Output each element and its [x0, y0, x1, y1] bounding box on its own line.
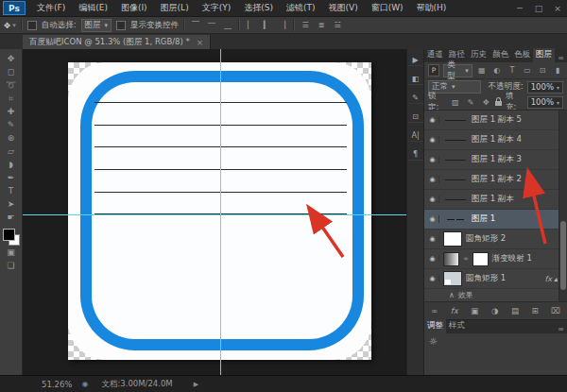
quick-mask-icon[interactable]: ▣	[2, 246, 21, 259]
document-close-icon[interactable]: ×	[197, 38, 204, 47]
new-layer-icon[interactable]: ⊞	[532, 306, 539, 315]
rectangular-marquee-tool[interactable]: ◻	[2, 65, 21, 78]
character-panel-icon[interactable]: A|	[408, 129, 423, 142]
visibility-eye-icon[interactable]: ◉	[426, 275, 439, 282]
distribute-top-edges-icon[interactable]: ☰	[300, 21, 311, 29]
filter-toggle-icon[interactable]: ▮	[552, 66, 563, 75]
tab-layers[interactable]: 图层	[533, 48, 555, 62]
tab-color[interactable]: 颜色	[490, 48, 511, 62]
type-tool[interactable]: T	[2, 184, 21, 197]
panel-menu-icon[interactable]: ≡	[558, 54, 567, 62]
lock-position-icon[interactable]: ✥	[480, 98, 491, 107]
effects-row[interactable]: ∧ 效果	[424, 289, 567, 301]
visibility-eye-icon[interactable]: ◉	[426, 116, 439, 124]
visibility-eye-icon[interactable]: ◉	[426, 255, 439, 263]
new-group-icon[interactable]: ▤	[511, 306, 519, 315]
layer-style-icon[interactable]: fx	[451, 306, 458, 315]
move-tool[interactable]: ✥	[2, 52, 21, 65]
menu-edit[interactable]: 编辑(E)	[72, 2, 114, 14]
show-transform-checkbox[interactable]	[116, 21, 126, 30]
tab-channels[interactable]: 通道	[424, 48, 446, 62]
filter-pixel-layers-icon[interactable]: ▦	[476, 66, 488, 75]
menu-image[interactable]: 图像(I)	[114, 2, 154, 14]
vertical-guide[interactable]	[220, 49, 221, 375]
screen-mode-icon[interactable]: ❏	[2, 259, 21, 272]
filter-adjustment-layers-icon[interactable]: ◐	[491, 66, 503, 75]
filter-kind-dropdown[interactable]: 类型	[443, 64, 472, 77]
menu-window[interactable]: 窗口(W)	[365, 2, 410, 14]
brush-tool[interactable]: ✎	[2, 118, 21, 131]
menu-layer[interactable]: 图层(L)	[154, 2, 196, 14]
link-layers-icon[interactable]: ∞	[431, 306, 438, 315]
crop-tool[interactable]: ⌗	[2, 92, 21, 105]
brush-panel-icon[interactable]: ✎	[408, 92, 423, 104]
distribute-bottom-edges-icon[interactable]: ☱	[332, 21, 343, 29]
panel-menu-icon[interactable]: ≡	[558, 325, 567, 333]
layer-row[interactable]: ◉ 图层 1 副本 3	[424, 150, 567, 170]
visibility-eye-icon[interactable]: ◉	[426, 235, 439, 243]
canvas-area[interactable]	[23, 49, 406, 375]
visibility-eye-icon[interactable]: ◉	[426, 176, 439, 183]
status-options-arrow-icon[interactable]: ▶	[194, 381, 198, 388]
opacity-field[interactable]: 100%	[527, 81, 563, 94]
visibility-eye-icon[interactable]: ◉	[426, 136, 439, 144]
layer-row[interactable]: ◉ 图层 1 副本	[424, 190, 567, 210]
clone-source-panel-icon[interactable]: ⊡	[408, 111, 423, 123]
scrollbar-thumb[interactable]	[560, 221, 566, 290]
layers-scrollbar[interactable]	[558, 111, 567, 301]
minimize-button[interactable]: ─	[510, 4, 529, 13]
brightness-contrast-adjustment-icon[interactable]: ☼	[429, 336, 438, 347]
foreground-color-swatch[interactable]	[3, 229, 15, 241]
distribute-vertical-centers-icon[interactable]: ≣	[316, 21, 327, 29]
layer-row[interactable]: ◉ 图层 1 副本 4	[424, 130, 567, 150]
filter-shape-layers-icon[interactable]: ▭	[522, 66, 533, 75]
tab-swatches[interactable]: 色板	[511, 48, 533, 62]
hand-tool[interactable]: ☛	[2, 211, 21, 224]
maximize-button[interactable]: □	[529, 4, 548, 13]
blur-tool[interactable]: ◗	[2, 158, 21, 171]
align-vertical-centers-icon[interactable]: ⎻	[206, 21, 217, 30]
zoom-level-field[interactable]: 51.26%	[42, 380, 72, 389]
tool-preset-picker[interactable]: ✥	[4, 21, 16, 30]
layer-row-selected[interactable]: ◉ 图层 1	[424, 210, 567, 230]
align-top-edges-icon[interactable]: ⎺	[190, 21, 201, 30]
layer-row[interactable]: ◉ 圆角矩形 1 fx▴	[424, 269, 567, 289]
menu-type[interactable]: 文字(Y)	[196, 2, 238, 14]
effects-collapse-icon[interactable]: ∧	[449, 291, 455, 299]
visibility-eye-icon[interactable]: ◉	[426, 156, 439, 163]
fill-field[interactable]: 100%	[527, 96, 563, 109]
spot-healing-brush-tool[interactable]: ✚	[2, 105, 21, 118]
menu-view[interactable]: 视图(V)	[321, 2, 364, 14]
filter-type-layers-icon[interactable]: T	[507, 66, 518, 75]
actions-panel-icon[interactable]: ▶	[408, 54, 423, 66]
menu-filter[interactable]: 滤镜(T)	[280, 2, 322, 14]
document-tab[interactable]: 百度贴吧ICON @ 51.3% (图层 1, RGB/8) * ×	[23, 35, 211, 49]
menu-help[interactable]: 帮助(H)	[410, 2, 454, 14]
adjustments-panel-icon[interactable]: ◧	[408, 73, 423, 85]
menu-file[interactable]: 文件(F)	[30, 2, 72, 14]
layer-mask-icon[interactable]: ▣	[471, 306, 478, 315]
eraser-tool[interactable]: ▱	[2, 145, 21, 158]
lasso-tool[interactable]: ➰	[2, 78, 21, 92]
lock-all-icon[interactable]	[495, 101, 502, 106]
filter-smart-objects-icon[interactable]: ⊡	[537, 66, 548, 75]
tab-styles[interactable]: 样式	[446, 319, 468, 333]
auto-select-checkbox[interactable]	[27, 21, 37, 30]
lock-image-pixels-icon[interactable]: ✎	[465, 98, 476, 107]
align-horizontal-centers-icon[interactable]: ▎	[261, 21, 272, 29]
close-button[interactable]: ×	[548, 4, 567, 13]
layer-row[interactable]: ◉ 圆角矩形 2	[424, 230, 567, 249]
align-right-edges-icon[interactable]: ▕	[277, 21, 288, 29]
align-bottom-edges-icon[interactable]: ⎽	[222, 21, 233, 30]
tab-history[interactable]: 历史	[468, 48, 490, 62]
paragraph-panel-icon[interactable]: ¶	[408, 148, 423, 161]
visibility-eye-icon[interactable]: ◉	[426, 215, 439, 223]
visibility-eye-icon[interactable]: ◉	[426, 196, 439, 203]
pen-tool[interactable]: ✒	[2, 171, 21, 184]
horizontal-guide[interactable]	[23, 214, 406, 215]
menu-select[interactable]: 选择(S)	[237, 2, 280, 14]
layer-row[interactable]: ◉ 图层 1 副本 5	[424, 111, 567, 130]
auto-select-dropdown[interactable]: 图层	[81, 19, 112, 32]
path-selection-tool[interactable]: ➤	[2, 197, 21, 211]
delete-layer-icon[interactable]: ⌧	[551, 306, 560, 315]
